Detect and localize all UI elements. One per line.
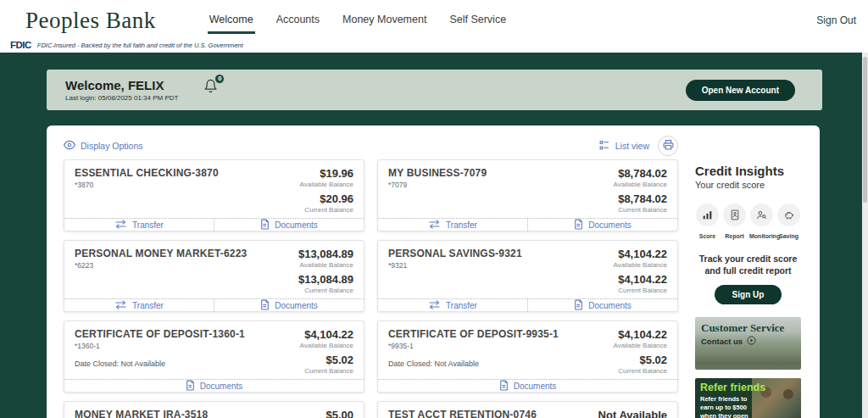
sign-up-button[interactable]: Sign Up bbox=[715, 285, 782, 304]
tab-accounts[interactable]: Accounts bbox=[276, 14, 320, 27]
tab-money-movement[interactable]: Money Movement bbox=[342, 14, 426, 27]
credit-insights-subtitle: Your credit score bbox=[695, 180, 801, 190]
account-title: MY BUSINESS-7079 bbox=[388, 167, 487, 179]
documents-label: Documents bbox=[200, 382, 243, 391]
document-icon bbox=[260, 219, 270, 231]
account-card-test-acct-retention[interactable]: TEST ACCT RETENTION-0746 Not Available bbox=[377, 401, 678, 418]
available-label: Available Balance bbox=[298, 261, 353, 269]
account-card-essential-checking[interactable]: ESSENTIAL CHECKING-3870 *3870 $19.96 Ava… bbox=[64, 159, 364, 231]
card-balances: $8,784.02 Available Balance $8,784.02 Cu… bbox=[614, 167, 667, 218]
account-card-cd-1360[interactable]: CERTIFICATE OF DEPOSIT-1360-1 *1360-1 Da… bbox=[64, 320, 364, 393]
transfer-button[interactable]: Transfer bbox=[64, 219, 214, 231]
documents-button[interactable]: Documents bbox=[214, 219, 364, 231]
account-masked-number: *3870 bbox=[75, 181, 219, 189]
list-view-button[interactable]: List view bbox=[598, 140, 649, 153]
account-title: PERSONAL MONEY MARKET-6223 bbox=[75, 248, 247, 259]
documents-button[interactable]: Documents bbox=[214, 299, 364, 312]
refer-friends-banner[interactable]: Refer friends Refer friends to earn up t… bbox=[695, 378, 801, 418]
feature-monitoring[interactable]: Monitoring bbox=[749, 203, 774, 239]
documents-button[interactable]: Documents bbox=[528, 299, 677, 312]
available-amount: $4,104.22 bbox=[614, 328, 667, 341]
available-amount: Not Available bbox=[598, 409, 667, 418]
toolbar-right: List view bbox=[598, 136, 678, 156]
account-card-money-market-ira[interactable]: MONEY MARKET IRA-3518 $5.00 bbox=[64, 401, 364, 418]
card-left: PERSONAL MONEY MARKET-6223 *6223 bbox=[75, 248, 247, 298]
vertical-scrollbar-thumb[interactable] bbox=[863, 57, 867, 203]
card-balances: $4,104.22 Available Balance $5.02 Curren… bbox=[300, 328, 353, 379]
card-body: PERSONAL MONEY MARKET-6223 *6223 $13,084… bbox=[64, 241, 364, 298]
open-new-account-button[interactable]: Open New Account bbox=[686, 80, 795, 101]
available-label: Available Balance bbox=[614, 261, 667, 269]
print-button[interactable] bbox=[658, 136, 678, 156]
documents-button[interactable]: Documents bbox=[528, 219, 677, 231]
page: Peoples Bank Welcome Accounts Money Move… bbox=[0, 0, 868, 418]
current-label: Current Balance bbox=[300, 206, 353, 214]
list-view-label: List view bbox=[615, 141, 649, 151]
card-body: TEST ACCT RETENTION-0746 Not Available bbox=[378, 402, 677, 418]
account-title: ESSENTIAL CHECKING-3870 bbox=[75, 167, 219, 179]
account-masked-number: *9321 bbox=[388, 261, 522, 270]
vertical-scrollbar-track[interactable] bbox=[862, 53, 868, 418]
available-label: Available Balance bbox=[614, 342, 667, 349]
customer-service-banner[interactable]: Customer Service Contact us bbox=[695, 317, 801, 370]
current-label: Current Balance bbox=[614, 287, 667, 294]
account-masked-number: *1360-1 bbox=[75, 342, 245, 350]
transfer-button[interactable]: Transfer bbox=[378, 299, 527, 312]
available-amount: $13,084.89 bbox=[298, 248, 353, 260]
header-row: Peoples Bank Welcome Accounts Money Move… bbox=[0, 0, 868, 39]
account-card-my-business[interactable]: MY BUSINESS-7079 *7079 $8,784.02 Availab… bbox=[377, 159, 678, 231]
card-body: MONEY MARKET IRA-3518 $5.00 bbox=[64, 402, 364, 418]
accounts-toolbar: Display Options List view bbox=[64, 136, 678, 156]
account-title: CERTIFICATE OF DEPOSIT-9935-1 bbox=[388, 328, 559, 340]
credit-insights-features: Score Report Monitoring bbox=[695, 203, 801, 239]
account-card-personal-savings[interactable]: PERSONAL SAVINGS-9321 *9321 $4,104.22 Av… bbox=[377, 240, 678, 312]
account-masked-number: *7079 bbox=[388, 181, 487, 189]
account-card-cd-9935[interactable]: CERTIFICATE OF DEPOSIT-9935-1 *9935-1 Da… bbox=[377, 320, 678, 393]
sign-out-link[interactable]: Sign Out bbox=[816, 14, 856, 26]
card-balances: $5.00 bbox=[326, 409, 353, 418]
feature-saving[interactable]: Saving bbox=[776, 203, 801, 239]
account-card-personal-money-market[interactable]: PERSONAL MONEY MARKET-6223 *6223 $13,084… bbox=[64, 240, 364, 312]
available-label: Available Balance bbox=[300, 181, 353, 188]
available-label: Available Balance bbox=[614, 181, 667, 188]
welcome-banner: Welcome, FELIX Last login: 05/08/2025 01… bbox=[47, 70, 822, 110]
feature-score[interactable]: Score bbox=[695, 203, 720, 239]
fdic-text: FDIC-Insured - Backed by the full faith … bbox=[37, 42, 243, 49]
notifications-button[interactable]: 0 bbox=[203, 79, 218, 97]
notification-badge: 0 bbox=[214, 74, 225, 84]
transfer-icon bbox=[428, 220, 441, 231]
last-login: Last login: 05/08/2025 01:34 PM PDT bbox=[65, 94, 178, 102]
card-actions: Documents bbox=[64, 379, 364, 393]
refer-friends-body: Refer friends to earn up to $500 when th… bbox=[695, 393, 801, 418]
sidebar: Credit Insights Your credit score Score … bbox=[695, 136, 801, 418]
display-options-button[interactable]: Display Options bbox=[64, 139, 143, 153]
contact-us-link[interactable]: Contact us bbox=[701, 336, 795, 347]
account-title: MONEY MARKET IRA-3518 bbox=[75, 409, 208, 418]
card-body: MY BUSINESS-7079 *7079 $8,784.02 Availab… bbox=[378, 160, 677, 218]
card-left: CERTIFICATE OF DEPOSIT-9935-1 *9935-1 Da… bbox=[388, 328, 559, 379]
documents-button[interactable]: Documents bbox=[378, 380, 677, 393]
account-title: PERSONAL SAVINGS-9321 bbox=[388, 248, 522, 259]
bank-logo[interactable]: Peoples Bank bbox=[25, 8, 156, 34]
documents-button[interactable]: Documents bbox=[64, 380, 364, 393]
document-icon bbox=[260, 299, 270, 312]
transfer-label: Transfer bbox=[132, 301, 164, 310]
tab-self-service[interactable]: Self Service bbox=[449, 14, 506, 27]
feature-report[interactable]: Report bbox=[722, 203, 747, 239]
documents-label: Documents bbox=[588, 220, 632, 230]
tab-welcome[interactable]: Welcome bbox=[209, 14, 253, 27]
credit-insights-description: Track your credit score and full credit … bbox=[695, 254, 801, 276]
transfer-button[interactable]: Transfer bbox=[64, 299, 214, 312]
transfer-button[interactable]: Transfer bbox=[378, 219, 527, 231]
current-amount: $13,084.89 bbox=[298, 273, 353, 286]
documents-label: Documents bbox=[275, 220, 318, 230]
card-actions: Transfer Documents bbox=[378, 218, 677, 231]
customer-service-title: Customer Service bbox=[701, 321, 795, 335]
card-body: ESSENTIAL CHECKING-3870 *3870 $19.96 Ava… bbox=[64, 160, 364, 218]
card-balances: $4,104.22 Available Balance $5.02 Curren… bbox=[614, 328, 667, 379]
list-view-icon bbox=[598, 140, 610, 153]
document-icon bbox=[574, 299, 583, 312]
account-title: CERTIFICATE OF DEPOSIT-1360-1 bbox=[75, 328, 245, 340]
date-closed-note: Date Closed: Not Available bbox=[75, 359, 245, 368]
eye-icon bbox=[64, 139, 75, 153]
